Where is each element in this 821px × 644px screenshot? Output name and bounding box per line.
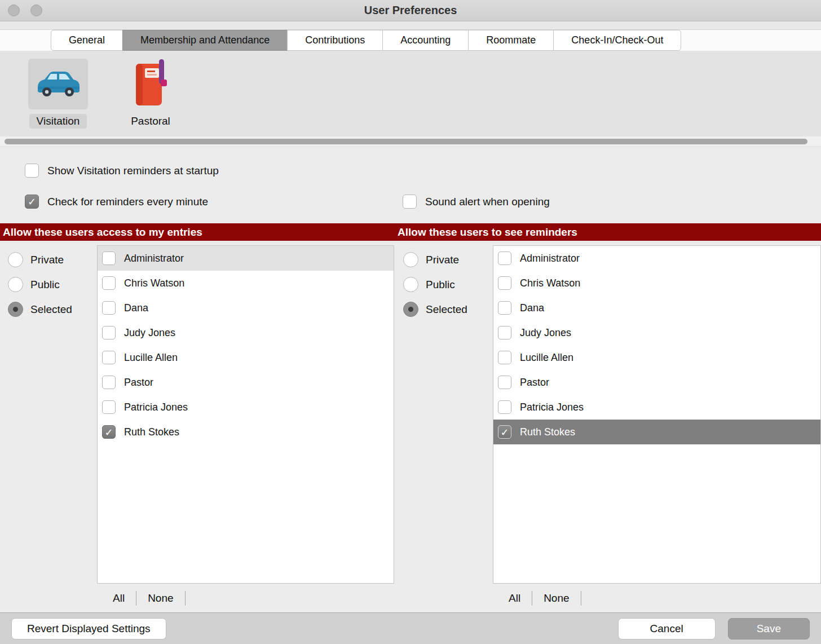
list-item[interactable]: Judy Jones [98, 320, 394, 345]
show-reminders-label: Show Visitation reminders at startup [47, 165, 219, 177]
user-name: Pastor [124, 377, 153, 389]
user-checkbox[interactable] [498, 351, 511, 364]
radio-selected[interactable] [403, 302, 418, 317]
tab-accounting[interactable]: Accounting [382, 30, 469, 51]
user-checkbox[interactable] [498, 326, 511, 339]
reminders-none-button[interactable]: None [532, 591, 581, 606]
list-item[interactable]: Pastor [493, 370, 820, 395]
access-user-list: Administrator Chris Watson Dana Judy Jon… [97, 245, 394, 584]
list-item[interactable]: Ruth Stokes [98, 420, 394, 444]
user-checkbox[interactable] [102, 376, 116, 389]
check-every-minute-checkbox[interactable] [25, 195, 39, 209]
radio-private[interactable] [403, 252, 418, 267]
reminders-list-actions: All None [497, 591, 821, 606]
user-checkbox[interactable] [102, 252, 116, 265]
access-radio-selected[interactable]: Selected [8, 302, 97, 317]
list-item[interactable]: Chris Watson [493, 271, 820, 295]
radio-private-label: Private [30, 254, 64, 266]
access-radio-public[interactable]: Public [8, 277, 97, 292]
reminders-radio-public[interactable]: Public [403, 277, 493, 292]
reminders-radio-private[interactable]: Private [403, 252, 493, 267]
list-item[interactable]: Chris Watson [98, 271, 394, 295]
user-checkbox[interactable] [102, 351, 116, 364]
check-every-minute-label: Check for reminders every minute [47, 196, 208, 208]
access-none-button[interactable]: None [136, 591, 185, 606]
list-item[interactable]: Dana [493, 295, 820, 320]
list-item[interactable]: Administrator [98, 246, 394, 271]
user-name: Judy Jones [520, 327, 571, 339]
tab-membership-and-attendance[interactable]: Membership and Attendance [122, 30, 288, 51]
tab-roommate[interactable]: Roommate [468, 30, 554, 51]
access-privacy-radios: Private Public Selected [0, 241, 97, 612]
radio-public[interactable] [403, 277, 418, 292]
car-icon [33, 68, 83, 100]
reminders-user-list: Administrator Chris Watson Dana Judy Jon… [493, 245, 821, 584]
radio-private[interactable] [8, 252, 23, 267]
tab-bar: General Membership and Attendance Contri… [0, 30, 821, 51]
user-name: Pastor [520, 377, 549, 389]
reminders-radio-selected[interactable]: Selected [403, 302, 493, 317]
show-reminders-checkbox[interactable] [25, 164, 39, 178]
list-item[interactable]: Patricia Jones [98, 395, 394, 420]
user-name: Ruth Stokes [520, 426, 575, 438]
access-list-stack: Administrator Chris Watson Dana Judy Jon… [97, 241, 394, 612]
footer-bar: Revert Displayed Settings Cancel Save [0, 612, 821, 644]
access-radio-private[interactable]: Private [8, 252, 97, 267]
user-checkbox[interactable] [102, 326, 116, 339]
revert-displayed-settings-button[interactable]: Revert Displayed Settings [11, 618, 166, 639]
sound-alert-checkbox[interactable] [403, 195, 417, 209]
radio-private-label: Private [426, 254, 459, 266]
tab-check-in-check-out[interactable]: Check-In/Check-Out [553, 30, 681, 51]
user-checkbox[interactable] [102, 301, 116, 315]
user-name: Dana [124, 302, 148, 314]
section-item-pastoral[interactable]: Pastoral [121, 59, 180, 136]
titlebar-substrip [0, 21, 821, 30]
user-name: Judy Jones [124, 327, 175, 339]
list-item[interactable]: Lucille Allen [98, 345, 394, 370]
option-show-reminders: Show Visitation reminders at startup [25, 164, 821, 178]
radio-public-label: Public [30, 279, 60, 291]
access-panel-header: Allow these users access to my entries [0, 226, 395, 239]
reminder-options: Show Visitation reminders at startup Che… [0, 147, 821, 223]
section-label-visitation: Visitation [29, 114, 87, 129]
reminders-panel-header: Allow these users to see reminders [395, 226, 577, 239]
radio-selected-label: Selected [30, 303, 72, 316]
sound-alert-label: Sound alert when opening [425, 196, 550, 208]
tab-general[interactable]: General [51, 30, 123, 51]
user-checkbox[interactable] [102, 400, 116, 414]
pastoral-icon-box [121, 59, 180, 109]
radio-public[interactable] [8, 277, 23, 292]
section-item-visitation[interactable]: Visitation [28, 59, 88, 136]
horizontal-scrollbar[interactable] [0, 136, 821, 147]
radio-selected[interactable] [8, 302, 23, 317]
user-checkbox[interactable] [498, 252, 511, 265]
user-checkbox[interactable] [498, 276, 511, 290]
list-item[interactable]: Patricia Jones [493, 395, 820, 420]
radio-selected-label: Selected [426, 303, 467, 316]
user-checkbox[interactable] [498, 301, 511, 315]
list-item[interactable]: Administrator [493, 246, 820, 271]
minimize-button[interactable] [30, 5, 42, 16]
user-checkbox[interactable] [498, 376, 511, 389]
list-item[interactable]: Ruth Stokes [493, 420, 820, 444]
user-checkbox[interactable] [498, 400, 511, 414]
user-checkbox[interactable] [102, 425, 116, 439]
user-name: Ruth Stokes [124, 426, 179, 438]
list-item[interactable]: Lucille Allen [493, 345, 820, 370]
cancel-button[interactable]: Cancel [618, 618, 716, 639]
list-item[interactable]: Judy Jones [493, 320, 820, 345]
user-checkbox[interactable] [102, 276, 116, 290]
user-panels: Private Public Selected Administrator C [0, 241, 821, 612]
reminders-all-button[interactable]: All [497, 591, 532, 606]
save-button[interactable]: Save [728, 618, 810, 639]
title-bar: User Preferences [0, 0, 821, 21]
access-list-actions: All None [101, 591, 394, 606]
access-all-button[interactable]: All [101, 591, 136, 606]
tab-contributions[interactable]: Contributions [287, 30, 383, 51]
user-checkbox[interactable] [498, 425, 511, 439]
list-item[interactable]: Dana [98, 295, 394, 320]
user-name: Administrator [124, 253, 184, 264]
scrollbar-thumb[interactable] [5, 139, 807, 144]
close-button[interactable] [8, 5, 20, 16]
list-item[interactable]: Pastor [98, 370, 394, 395]
